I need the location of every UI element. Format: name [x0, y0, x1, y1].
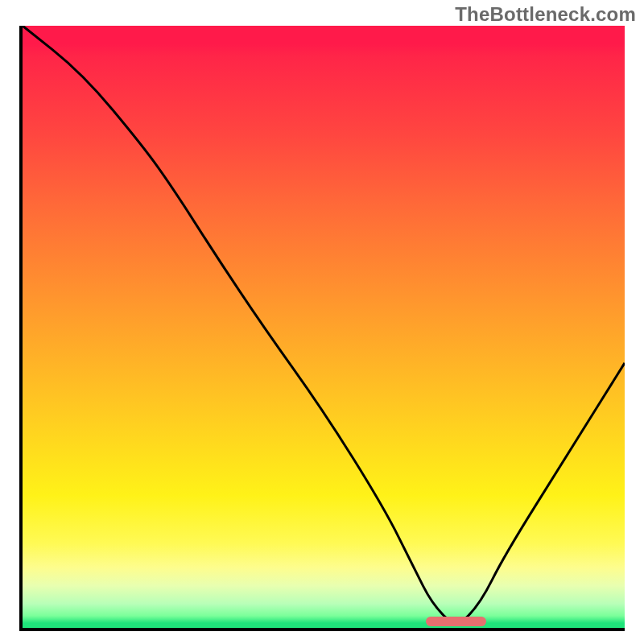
bottleneck-curve: [23, 26, 625, 628]
curve-path: [23, 26, 625, 622]
watermark-text: TheBottleneck.com: [455, 3, 636, 26]
chart-container: TheBottleneck.com: [0, 0, 644, 644]
optimal-range-marker: [426, 617, 486, 626]
plot-area: [19, 26, 625, 631]
